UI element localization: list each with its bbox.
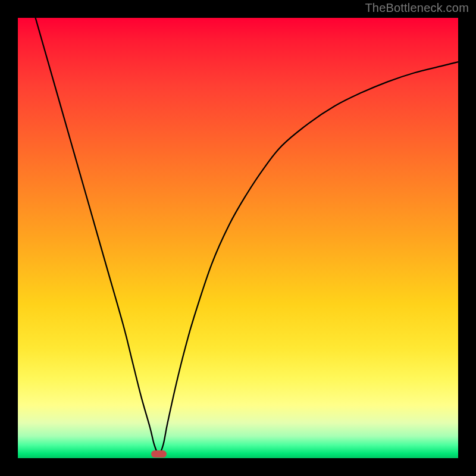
watermark-text: TheBottleneck.com xyxy=(365,1,469,15)
plot-area xyxy=(18,18,458,458)
chart-frame: TheBottleneck.com xyxy=(0,0,476,476)
minimum-marker xyxy=(151,450,167,458)
bottleneck-curve xyxy=(18,18,458,458)
